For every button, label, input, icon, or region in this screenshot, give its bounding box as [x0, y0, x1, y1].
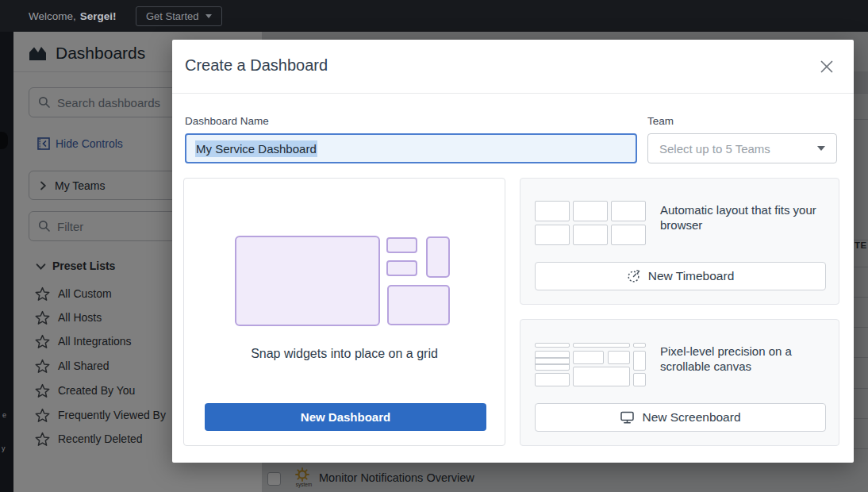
- get-started-label: Get Started: [146, 10, 198, 22]
- team-label: Team: [647, 115, 674, 127]
- new-dashboard-button[interactable]: New Dashboard: [205, 403, 486, 431]
- timeboard-card: Automatic layout that fits your browser …: [520, 178, 839, 305]
- stopwatch-icon: [627, 269, 641, 283]
- close-icon: [819, 59, 835, 75]
- nav-label-fragment: y: [2, 444, 6, 452]
- chevron-down-icon: [817, 146, 825, 151]
- welcome-name: Sergei!: [80, 10, 117, 22]
- collapsed-nav-strip: e y: [0, 32, 13, 492]
- close-button[interactable]: [818, 58, 835, 75]
- nav-label-fragment: e: [2, 411, 6, 419]
- dashboard-name-label: Dashboard Name: [185, 115, 269, 127]
- welcome-prefix: Welcome,: [29, 10, 76, 22]
- create-dashboard-modal: Create a Dashboard Dashboard Name My Ser…: [172, 40, 854, 463]
- screenboard-card-caption: Pixel-level precision on a scrollable ca…: [660, 344, 833, 374]
- chevron-down-icon: [205, 14, 212, 18]
- new-timeboard-button[interactable]: New Timeboard: [535, 262, 826, 290]
- modal-title: Create a Dashboard: [185, 56, 328, 75]
- new-dashboard-label: New Dashboard: [301, 410, 390, 424]
- nav-pill: [0, 132, 8, 149]
- new-screenboard-button[interactable]: New Screenboard: [535, 403, 826, 432]
- app-screen: Dashboards Hide Controls: [0, 0, 868, 492]
- grid-card-caption: Snap widgets into place on a grid: [184, 347, 505, 361]
- monitor-icon: [620, 410, 635, 425]
- screenboard-card: Pixel-level precision on a scrollable ca…: [520, 319, 839, 446]
- timeboard-card-caption: Automatic layout that fits your browser: [660, 202, 833, 233]
- get-started-button[interactable]: Get Started: [136, 6, 222, 26]
- new-timeboard-label: New Timeboard: [648, 269, 735, 283]
- divider: [172, 93, 854, 94]
- team-select[interactable]: Select up to 5 Teams: [647, 133, 837, 163]
- team-select-placeholder: Select up to 5 Teams: [659, 142, 770, 156]
- trial-top-bar: Welcome, Sergei! Get Started: [0, 0, 868, 32]
- new-screenboard-label: New Screenboard: [642, 410, 740, 425]
- welcome-message: Welcome, Sergei!: [29, 0, 117, 32]
- dashboard-name-input[interactable]: My Service Dashboard: [185, 133, 637, 163]
- grid-dashboard-card: Snap widgets into place on a grid New Da…: [183, 178, 505, 446]
- selected-text: My Service Dashboard: [195, 140, 317, 157]
